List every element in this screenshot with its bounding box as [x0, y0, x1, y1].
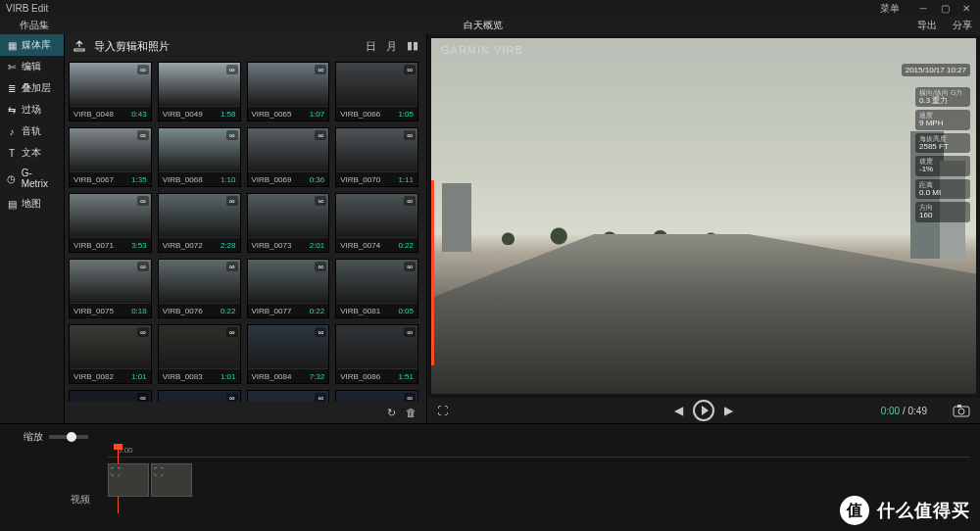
- sidebar-item-3[interactable]: ⇆过场: [0, 99, 64, 121]
- clip-item[interactable]: ∞VIRB_00690:36: [247, 127, 330, 187]
- clip-duration: 3:53: [131, 241, 147, 250]
- overlay-item: 方向160: [915, 202, 970, 221]
- sidebar-item-label: 地图: [22, 197, 41, 211]
- preview-panel: GARMIN VIRB 2015/10/17 10:27 横向/纵向 G力0.3…: [427, 34, 980, 423]
- maximize-icon[interactable]: ▢: [937, 3, 953, 15]
- track-label: 视频: [71, 493, 90, 507]
- clip-item[interactable]: ∞VIRB_00701:11: [335, 127, 418, 187]
- view-month-button[interactable]: 月: [386, 39, 397, 54]
- gmetrix-badge-icon: ∞: [137, 65, 149, 74]
- clip-duration: 0:36: [310, 175, 325, 184]
- clip-item[interactable]: ∞VIRB_00651:07: [247, 62, 330, 121]
- clip-item[interactable]: ∞VIRB_00480:43: [69, 62, 152, 121]
- clip-item[interactable]: ∞VIRB_00722:28: [158, 193, 241, 253]
- clip-item[interactable]: ∞VIRB_00760:22: [158, 259, 241, 318]
- overlay-item: 距离0.0 MI: [915, 179, 970, 199]
- gmetrix-overlay: 横向/纵向 G力0.3 重力速度9 MPH海拔高度2585 FT坡度-1%距离0…: [915, 87, 970, 222]
- sidebar-item-4[interactable]: ♪音轨: [0, 121, 64, 142]
- clip-item[interactable]: ∞VIRB_00671:35: [69, 127, 152, 187]
- clip-name: VIRB_0069: [252, 175, 292, 184]
- clip-item[interactable]: ∞VIRB_00750:18: [69, 259, 152, 318]
- clip-item[interactable]: ∞VIRB_00861:51: [335, 324, 418, 384]
- close-icon[interactable]: ✕: [958, 3, 974, 15]
- titlebar: VIRB Edit 菜单 ─ ▢ ✕: [0, 0, 980, 17]
- timeline-clip[interactable]: [151, 463, 192, 497]
- clip-name: VIRB_0084: [252, 372, 292, 381]
- clip-name: VIRB_0072: [163, 241, 203, 250]
- clip-duration: 0:22: [310, 307, 325, 315]
- clip-item[interactable]: ∞VIRB_00831:01: [158, 324, 241, 384]
- clip-duration: 1:11: [398, 175, 414, 184]
- zoom-slider[interactable]: [49, 435, 88, 439]
- clip-item[interactable]: ∞VIRB_00732:01: [247, 193, 330, 253]
- gmetrix-badge-icon: ∞: [315, 65, 326, 74]
- sidebar-item-2[interactable]: ≣叠加层: [0, 77, 64, 99]
- trash-icon[interactable]: 🗑: [406, 407, 416, 418]
- minimize-icon[interactable]: ─: [915, 3, 931, 15]
- timeline-clip[interactable]: [108, 463, 149, 497]
- scissors-icon: ✄: [6, 61, 18, 72]
- snapshot-icon[interactable]: [953, 404, 970, 417]
- gmetrix-badge-icon: ∞: [315, 130, 326, 140]
- import-label[interactable]: 导入剪辑和照片: [94, 39, 170, 54]
- clip-item[interactable]: ∞VIRB_00713:53: [69, 193, 152, 253]
- clip-duration: 7:32: [310, 372, 325, 381]
- gmetrix-badge-icon: ∞: [137, 327, 149, 337]
- view-day-button[interactable]: 日: [366, 39, 376, 54]
- sidebar-item-0[interactable]: ▦媒体库: [0, 34, 64, 56]
- brand-text: 什么值得买: [877, 499, 970, 522]
- gmetrix-badge-icon: ∞: [315, 196, 326, 206]
- clip-item[interactable]: ∞VIRB_00847:32: [247, 324, 330, 384]
- gmetrix-badge-icon: ∞: [404, 65, 416, 74]
- sidebar-item-1[interactable]: ✄编辑: [0, 56, 64, 77]
- clip-item[interactable]: ∞VIRB_00821:01: [69, 324, 152, 384]
- refresh-icon[interactable]: ↻: [387, 407, 396, 419]
- clip-name: VIRB_0071: [74, 241, 114, 250]
- menu-label[interactable]: 菜单: [880, 2, 900, 16]
- fullscreen-icon[interactable]: ⛶: [437, 405, 448, 416]
- prev-button[interactable]: ◀: [674, 404, 683, 417]
- clip-item[interactable]: ∞VIRB_00681:10: [158, 127, 241, 187]
- time-ruler[interactable]: 0:00: [108, 446, 970, 458]
- sidebar-item-7[interactable]: ▤地图: [0, 193, 64, 215]
- collections-menu[interactable]: 作品集: [12, 19, 57, 32]
- overlay-item: 坡度-1%: [915, 156, 970, 175]
- clip-duration: 1:05: [398, 110, 414, 119]
- gauge-icon: ◷: [6, 172, 18, 184]
- video-track[interactable]: [108, 463, 970, 497]
- clip-item[interactable]: ∞VIRB_00740:22: [335, 193, 418, 253]
- clip-name: VIRB_0048: [74, 110, 114, 119]
- clip-item[interactable]: ∞VIRB_00491:58: [158, 62, 241, 121]
- share-menu[interactable]: 分享: [945, 19, 980, 32]
- project-title[interactable]: 白天概览: [464, 19, 503, 32]
- clip-item[interactable]: ∞VIRB_00810:05: [335, 259, 418, 318]
- clip-item[interactable]: ∞VIRB_00770:22: [247, 259, 330, 318]
- scrub-marker[interactable]: [431, 180, 434, 365]
- clip-item[interactable]: ∞VIRB_00888:51: [69, 390, 152, 402]
- gmetrix-badge-icon: ∞: [404, 393, 416, 402]
- clip-duration: 1:35: [131, 175, 147, 184]
- sidebar-item-label: G-Metrix: [22, 168, 58, 189]
- export-menu[interactable]: 导出: [909, 19, 945, 32]
- gmetrix-badge-icon: ∞: [315, 327, 326, 337]
- gmetrix-badge-icon: ∞: [137, 262, 149, 271]
- import-icon[interactable]: [73, 39, 86, 53]
- music-icon: ♪: [6, 125, 18, 137]
- map-icon: ▤: [6, 198, 18, 210]
- camera-watermark: GARMIN VIRB: [441, 44, 523, 56]
- clip-item[interactable]: ∞VIRB_00910:55: [247, 390, 330, 402]
- clip-name: VIRB_0077: [252, 307, 292, 315]
- sidebar-item-6[interactable]: ◷G-Metrix: [0, 164, 64, 193]
- play-button[interactable]: [693, 400, 714, 421]
- gmetrix-badge-icon: ∞: [404, 196, 416, 206]
- clip-item[interactable]: ∞VIRB_00890:25: [158, 390, 241, 402]
- next-button[interactable]: ▶: [724, 404, 733, 417]
- sidebar-item-5[interactable]: T文本: [0, 142, 64, 164]
- clip-name: VIRB_0065: [252, 110, 292, 119]
- view-camera-icon[interactable]: ▮▮: [407, 39, 418, 54]
- clip-item[interactable]: ∞VIRB_00960:07: [335, 390, 418, 402]
- gmetrix-badge-icon: ∞: [137, 130, 149, 140]
- video-viewport[interactable]: GARMIN VIRB 2015/10/17 10:27 横向/纵向 G力0.3…: [431, 38, 976, 394]
- clip-item[interactable]: ∞VIRB_00661:05: [335, 62, 418, 121]
- gmetrix-badge-icon: ∞: [226, 196, 238, 206]
